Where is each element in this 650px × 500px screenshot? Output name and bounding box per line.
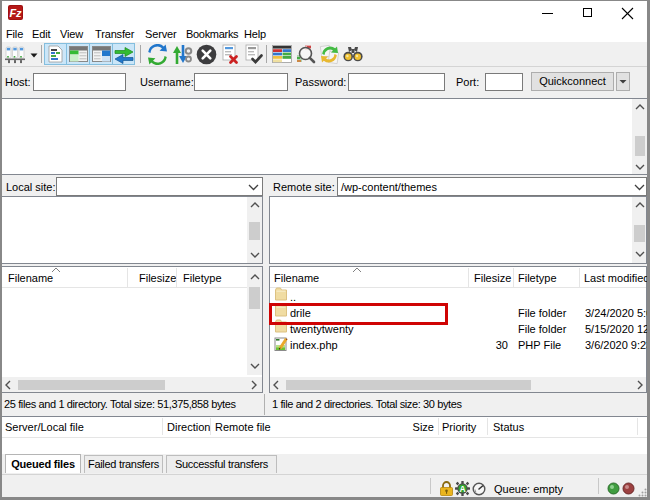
svg-text:A: A: [459, 484, 465, 494]
svg-text:Fz: Fz: [9, 7, 22, 19]
